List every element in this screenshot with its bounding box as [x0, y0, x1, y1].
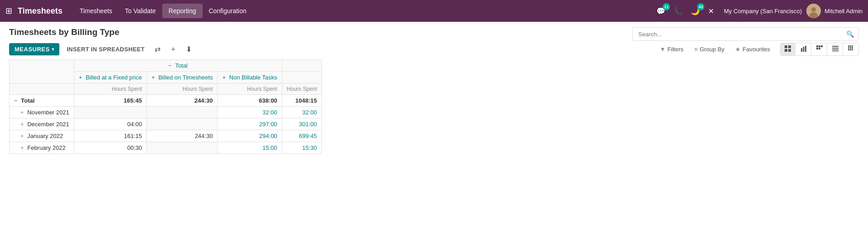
total-minus-icon[interactable]: −	[168, 62, 172, 69]
close-icon-btn[interactable]: ✕	[706, 5, 716, 17]
svg-rect-27	[852, 49, 853, 50]
sub-header-row: Hours Spent Hours Spent Hours Spent Hour…	[10, 84, 322, 95]
col1-header[interactable]: + Billed at a Fixed price	[74, 72, 147, 84]
col2-cell: 244:30	[147, 130, 218, 142]
svg-rect-23	[850, 47, 851, 49]
pivot-icon	[785, 45, 791, 52]
chat-icon-btn[interactable]: 💬 11	[655, 5, 667, 17]
group-by-button[interactable]: ≡ Group By	[692, 44, 727, 54]
nav-reporting[interactable]: Reporting	[162, 4, 203, 18]
download-icon-button[interactable]: ⬇	[183, 43, 194, 55]
corner-cell	[10, 60, 74, 84]
table-body: − Total165:45244:30638:001048:15+ Novemb…	[10, 95, 322, 154]
filters-button[interactable]: ▼ Filters	[657, 44, 686, 54]
user-menu[interactable]: Mitchell Admin	[806, 4, 863, 18]
pivot-table: − Total + Billed at a Fixed price + Bill…	[9, 59, 322, 154]
group-row-label[interactable]: + December 2021	[10, 119, 74, 130]
col1-cell: 00:30	[74, 142, 147, 154]
group-row-label[interactable]: + February 2022	[10, 142, 74, 154]
bar-chart-view-button[interactable]	[796, 43, 811, 55]
col1-cell: 04:00	[74, 119, 147, 130]
svg-rect-3	[785, 45, 787, 48]
svg-rect-9	[805, 46, 806, 52]
total-cell: 15:30	[282, 142, 322, 154]
swap-icon-button[interactable]: ⇄	[152, 43, 163, 55]
col3-cell: 32:00	[218, 107, 282, 119]
row-label-text: Total	[21, 97, 34, 104]
col2-sub-header: Hours Spent	[147, 84, 218, 95]
nav-configuration[interactable]: Configuration	[203, 4, 253, 18]
grid-view-button[interactable]	[844, 43, 858, 55]
total-row-label[interactable]: − Total	[10, 95, 74, 107]
column-header-row: − Total	[10, 60, 322, 72]
moon-icon-btn[interactable]: 🌙 42	[689, 5, 702, 17]
col1-plus-icon: +	[79, 74, 82, 81]
expand-icon[interactable]: +	[20, 121, 25, 128]
search-input[interactable]	[633, 28, 842, 40]
total-cell: 32:00	[282, 107, 322, 119]
kanban-view-button[interactable]	[812, 43, 827, 55]
expand-icon[interactable]: +	[20, 109, 25, 116]
svg-rect-21	[852, 45, 853, 47]
list-view-button[interactable]	[828, 43, 843, 55]
add-icon-button[interactable]: ＋	[167, 43, 179, 56]
phone-icon: 📞	[674, 7, 683, 15]
col2-cell: 244:30	[147, 95, 218, 107]
svg-rect-7	[801, 48, 802, 52]
main-menu: Timesheets To Validate Reporting Configu…	[73, 4, 253, 18]
group-row-label[interactable]: + November 2021	[10, 107, 74, 119]
nav-to-validate[interactable]: To Validate	[119, 4, 162, 18]
svg-rect-6	[788, 49, 791, 52]
row-label-text: January 2022	[27, 133, 63, 139]
col3-cell: 15:00	[218, 142, 282, 154]
svg-rect-17	[832, 49, 839, 50]
insert-spreadsheet-button[interactable]: INSERT IN SPREADSHEET	[63, 43, 148, 55]
chat-badge: 11	[663, 3, 670, 10]
view-switcher	[780, 43, 859, 56]
search-container: 🔍	[632, 27, 859, 41]
pivot-view-button[interactable]	[781, 43, 795, 55]
table-row: + November 202132:0032:00	[10, 107, 322, 119]
col1-cell: 165:45	[74, 95, 147, 107]
moon-badge: 42	[697, 3, 704, 10]
search-button[interactable]: 🔍	[842, 28, 858, 40]
nav-timesheets[interactable]: Timesheets	[73, 4, 119, 18]
col3-cell: 638:00	[218, 95, 282, 107]
total-column-header[interactable]: − Total	[74, 60, 282, 72]
svg-rect-12	[821, 45, 823, 47]
col3-cell: 297:00	[218, 119, 282, 130]
col1-sub-header: Hours Spent	[74, 84, 147, 95]
filter-group: ▼ Filters ≡ Group By ★ Favourites	[657, 44, 773, 54]
bar-chart-icon	[800, 45, 807, 52]
col3-header[interactable]: + Non Billable Tasks	[218, 72, 282, 84]
svg-rect-25	[848, 49, 849, 50]
group-row-label[interactable]: + January 2022	[10, 130, 74, 142]
filter-icon: ▼	[660, 46, 666, 53]
col1-label: Billed at a Fixed price	[86, 74, 142, 81]
total-cell: 1048:15	[282, 95, 322, 107]
page-title: Timesheets by Billing Type	[9, 27, 119, 37]
apps-icon[interactable]: ⊞	[5, 6, 12, 16]
total-sub-header: Hours Spent	[282, 84, 322, 95]
table-wrapper: − Total + Billed at a Fixed price + Bill…	[0, 59, 868, 163]
sub-corner	[10, 84, 74, 95]
filters-label: Filters	[667, 46, 683, 53]
svg-rect-22	[848, 47, 849, 49]
grid-icon	[848, 45, 854, 52]
measures-button[interactable]: MEASURES ▾	[9, 43, 59, 55]
col2-header[interactable]: + Billed on Timesheets	[147, 72, 218, 84]
top-navigation: ⊞ Timesheets Timesheets To Validate Repo…	[0, 0, 868, 22]
expand-icon[interactable]: +	[20, 133, 25, 139]
expand-icon[interactable]: +	[20, 144, 25, 151]
total-cell: 301:00	[282, 119, 322, 130]
svg-rect-13	[816, 48, 818, 49]
row-label-text: November 2021	[27, 109, 69, 116]
favourites-label: Favourites	[742, 46, 770, 53]
measures-label: MEASURES	[15, 46, 50, 53]
col3-plus-icon: +	[222, 74, 226, 81]
total-header-label: Total	[175, 62, 187, 69]
favourites-button[interactable]: ★ Favourites	[732, 44, 773, 54]
total-minus-row-icon[interactable]: −	[14, 97, 19, 104]
company-name: My Company (San Francisco)	[724, 8, 802, 15]
phone-icon-btn[interactable]: 📞	[672, 5, 684, 17]
